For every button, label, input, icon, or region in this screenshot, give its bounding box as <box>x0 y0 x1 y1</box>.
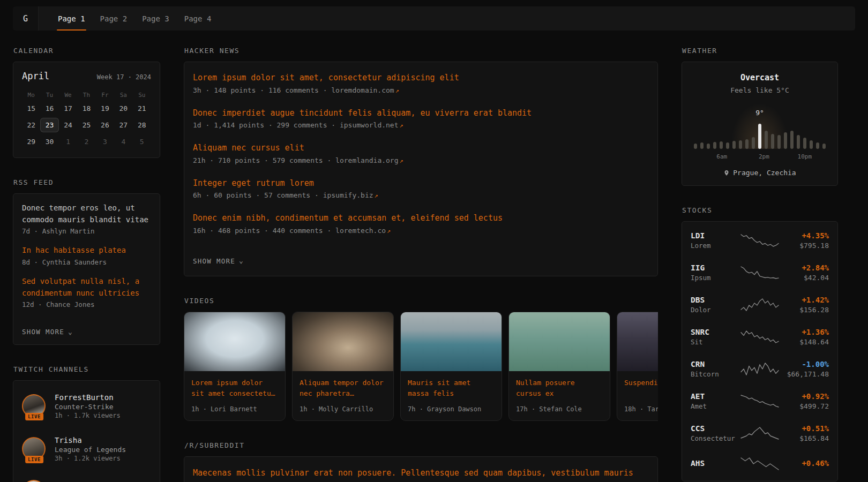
top-nav: G Page 1 Page 2 Page 3 Page 4 <box>13 6 855 31</box>
videos-widget: VIDEOS Lorem ipsum dolor sit amet consec… <box>184 297 658 421</box>
hn-domain: ipsumify.biz <box>323 191 373 199</box>
stock-sparkline <box>740 297 780 312</box>
hn-story-meta: 1d · 1,414 points · 299 comments · ipsum… <box>193 121 649 129</box>
hackernews-show-more-button[interactable]: SHOW MORE⌄ <box>193 257 244 265</box>
hackernews-card: Lorem ipsum dolor sit amet, consectetur … <box>184 62 658 276</box>
video-title: Mauris sit amet massa felis <box>408 378 495 400</box>
hn-story-link[interactable]: Integer eget rutrum lorem <box>193 177 649 190</box>
stock-row[interactable]: AET Amet +0.92% $499.72 <box>691 385 829 417</box>
hn-domain-link[interactable]: loremlandia.org↗ <box>335 156 403 164</box>
stock-sparkline <box>740 394 780 409</box>
video-card[interactable]: Nullam posuere cursus ex 17h · Stefan Co… <box>508 312 610 421</box>
external-link-icon: ↗ <box>375 192 378 199</box>
app-logo[interactable]: G <box>13 6 39 31</box>
calendar-grid-days: 1516171819202122232425262728293012345 <box>22 101 151 149</box>
calendar-widget: CALENDAR April Week 17 · 2024 Mo Tu We T… <box>13 47 160 158</box>
stock-row[interactable]: SNRC Sit +1.36% $148.64 <box>691 321 829 353</box>
rss-item-meta: 7d · Ashlyn Martin <box>22 227 151 235</box>
stock-sparkline <box>740 456 780 471</box>
hn-domain-link[interactable]: ipsumify.biz↗ <box>323 191 378 199</box>
calendar-day: 15 <box>22 101 40 116</box>
video-title: Lorem ipsum dolor sit amet consectetu… <box>191 378 278 400</box>
hn-story-link[interactable]: Donec enim nibh, condimentum et accumsan… <box>193 212 649 224</box>
video-title: Suspendisse diam <box>624 378 658 400</box>
calendar-day: 19 <box>96 101 114 116</box>
reddit-post-link[interactable]: Maecenas mollis pulvinar erat non posuer… <box>193 466 649 482</box>
stock-price: $156.28 <box>784 306 829 314</box>
rss-item-link[interactable]: Sed volutpat nulla nisl, a condimentum n… <box>22 276 151 299</box>
avatar-wrap: LIVE <box>22 437 47 461</box>
stock-change: +4.35% <box>784 231 829 240</box>
stocks-widget-title: STOCKS <box>682 206 838 214</box>
stock-row[interactable]: CRN Bitcorn -1.00% $66,171.48 <box>691 353 829 385</box>
stock-name: Bitcorn <box>691 370 736 378</box>
hn-story-link[interactable]: Lorem ipsum dolor sit amet, consectetur … <box>193 72 649 84</box>
rss-item-link[interactable]: Donec tempor eros leo, ut commodo mauris… <box>22 202 151 225</box>
twitch-channel-row[interactable]: LIVE Trisha League of Legends 3h · 1.2k … <box>22 432 151 465</box>
twitch-channel-row[interactable]: LIVE ForrestBurton Counter-Strike 1h · 1… <box>22 389 151 423</box>
stock-change: +1.42% <box>784 296 829 304</box>
video-card-body: Nullam posuere cursus ex 17h · Stefan Co… <box>509 371 610 420</box>
video-card[interactable]: Mauris sit amet massa felis 7h · Grayson… <box>400 312 502 421</box>
hn-item: Aliquam nec cursus elit 21h · 710 points… <box>193 142 649 164</box>
rss-show-more-button[interactable]: SHOW MORE⌄ <box>22 328 73 336</box>
calendar-day: 1 <box>59 134 77 149</box>
twitch-channel-name[interactable]: ForrestBurton <box>55 393 114 402</box>
stock-name: Dolor <box>691 306 736 314</box>
video-card-body: Aliquam tempor dolor nec pharetra… 1h · … <box>293 371 393 420</box>
hn-meta-text: 6h · 60 points · 57 comments · <box>193 191 323 199</box>
stock-row[interactable]: DBS Dolor +1.42% $156.28 <box>691 289 829 321</box>
stock-change: +0.51% <box>784 424 829 433</box>
video-thumbnail <box>617 312 658 371</box>
stock-row[interactable]: CCS Consectetur +0.51% $165.84 <box>691 417 829 449</box>
stock-symbol: IIG <box>691 263 736 272</box>
calendar-dow: Su <box>133 88 151 101</box>
hn-domain-link[interactable]: loremtech.co↗ <box>335 227 391 235</box>
stock-symbol: LDI <box>691 231 736 240</box>
weather-bar <box>720 141 723 149</box>
hn-story-link[interactable]: Donec imperdiet augue tincidunt felis al… <box>193 107 649 119</box>
nav-tab-page-1[interactable]: Page 1 <box>50 6 93 31</box>
stock-change: -1.00% <box>784 360 829 368</box>
twitch-channel-meta: 1h · 1.7k viewers <box>55 412 121 419</box>
nav-tab-page-2[interactable]: Page 2 <box>93 6 135 31</box>
hn-story-link[interactable]: Aliquam nec cursus elit <box>193 142 649 154</box>
twitch-channel-name[interactable]: Trisha <box>55 436 82 445</box>
video-meta: 17h · Stefan Cole <box>516 405 603 413</box>
calendar-day: 5 <box>133 134 151 149</box>
stock-values: +1.42% $156.28 <box>784 296 829 314</box>
stock-row[interactable]: IIG Ipsum +2.84% $42.04 <box>691 257 829 289</box>
video-card[interactable]: Lorem ipsum dolor sit amet consectetu… 1… <box>184 312 286 421</box>
stock-row[interactable]: AHS +0.46% <box>691 449 829 478</box>
hn-domain-link[interactable]: loremdomain.com↗ <box>331 86 399 94</box>
weather-widget: WEATHER Overcast Feels like 5°C 9° 6am 2… <box>682 47 838 186</box>
stock-symbol: AHS <box>691 459 736 468</box>
nav-tab-page-4[interactable]: Page 4 <box>177 6 219 31</box>
hn-domain: loremtech.co <box>335 227 386 235</box>
hn-domain-link[interactable]: ipsumworld.net↗ <box>340 121 403 129</box>
show-more-label: SHOW MORE <box>193 257 235 265</box>
weather-card: Overcast Feels like 5°C 9° 6am 2pm 10pm … <box>682 62 838 186</box>
external-link-icon: ↗ <box>400 122 403 129</box>
nav-tab-page-3[interactable]: Page 3 <box>134 6 177 31</box>
weather-axis-label: 6am <box>716 153 727 160</box>
video-thumbnail <box>509 312 610 371</box>
calendar-widget-title: CALENDAR <box>13 47 160 55</box>
weather-bar <box>752 137 755 149</box>
video-card[interactable]: Suspendisse diam 18h · Tara <box>617 312 658 421</box>
stock-symbol: SNRC <box>691 328 736 336</box>
stock-id: IIG Ipsum <box>691 263 736 282</box>
video-card[interactable]: Aliquam tempor dolor nec pharetra… 1h · … <box>292 312 394 421</box>
hn-item: Lorem ipsum dolor sit amet, consectetur … <box>193 72 649 94</box>
stock-symbol: CCS <box>691 424 736 433</box>
twitch-channel-row[interactable]: KendallCarr <box>22 475 151 482</box>
stock-row[interactable]: LDI Lorem +4.35% $795.18 <box>691 224 829 257</box>
hn-item: Donec imperdiet augue tincidunt felis al… <box>193 107 649 130</box>
twitch-widget-title: TWITCH CHANNELS <box>13 365 160 373</box>
rss-item-link[interactable]: In hac habitasse platea <box>22 245 151 257</box>
calendar-day: 3 <box>96 134 114 149</box>
middle-column: HACKER NEWS Lorem ipsum dolor sit amet, … <box>184 47 658 482</box>
stock-values: +0.92% $499.72 <box>784 392 829 410</box>
weather-bar <box>790 131 794 149</box>
live-badge: LIVE <box>25 456 43 463</box>
